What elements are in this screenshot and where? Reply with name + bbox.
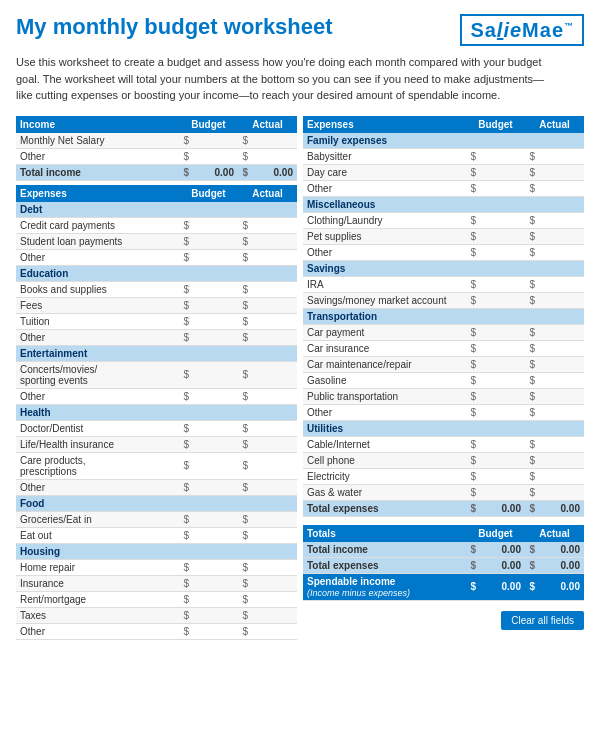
table-row: Credit card payments $ $ (16, 217, 297, 233)
row-label: Cable/Internet (303, 436, 466, 452)
table-row: Other $ $ (16, 623, 297, 639)
row-label: Other (16, 148, 179, 164)
section-entertainment: Entertainment (16, 345, 297, 361)
totals-expenses-label: Total expenses (303, 557, 466, 573)
table-row: Car insurance $ $ (303, 340, 584, 356)
section-label: Housing (16, 543, 297, 559)
actual-value[interactable] (252, 148, 297, 164)
row-label: Tuition (16, 313, 179, 329)
table-row: Other $ $ (16, 249, 297, 265)
table-row: Day care $ $ (303, 164, 584, 180)
dollar-sign: $ (238, 164, 252, 180)
section-label: Health (16, 404, 297, 420)
row-label: Public transportation (303, 388, 466, 404)
table-row: Savings/money market account $ $ (303, 292, 584, 308)
row-label: Student loan payments (16, 233, 179, 249)
section-label: Family expenses (303, 133, 584, 149)
budget-value[interactable] (193, 133, 238, 149)
row-label: Gas & water (303, 484, 466, 500)
expenses-col-header: Expenses (303, 116, 466, 133)
table-row: Home repair $ $ (16, 559, 297, 575)
table-row: Life/Health insurance $ $ (16, 436, 297, 452)
row-label: Babysitter (303, 148, 466, 164)
row-label: Electricity (303, 468, 466, 484)
totals-income-row: Total income $ 0.00 $ 0.00 (303, 542, 584, 558)
budget-value[interactable] (193, 148, 238, 164)
section-label: Miscellaneous (303, 196, 584, 212)
row-label: Life/Health insurance (16, 436, 179, 452)
right-expenses-table: Expenses Budget Actual Family expenses B… (303, 116, 584, 517)
row-label: Insurance (16, 575, 179, 591)
row-label: Eat out (16, 527, 179, 543)
clear-all-button[interactable]: Clear all fields (501, 611, 584, 630)
table-row: Doctor/Dentist $ $ (16, 420, 297, 436)
table-row: Other $ $ (303, 244, 584, 260)
table-row: Taxes $ $ (16, 607, 297, 623)
section-utilities: Utilities (303, 420, 584, 436)
table-row: Gasoline $ $ (303, 372, 584, 388)
table-row: Insurance $ $ (16, 575, 297, 591)
spendable-income-row: Spendable income (Income minus expenses)… (303, 573, 584, 600)
dollar-sign: $ (238, 133, 252, 149)
description: Use this worksheet to create a budget an… (16, 54, 556, 104)
table-row: Other $ $ (16, 388, 297, 404)
section-misc: Miscellaneous (303, 196, 584, 212)
row-label: Credit card payments (16, 217, 179, 233)
left-column: Income Budget Actual Monthly Net Salary … (16, 116, 297, 640)
total-expenses-budget: 0.00 (480, 500, 525, 516)
page-title: My monthly budget worksheet (16, 14, 333, 40)
total-expenses-actual: 0.00 (539, 500, 584, 516)
budget-col-header: Budget (179, 116, 238, 133)
row-label: Gasoline (303, 372, 466, 388)
table-row: Car payment $ $ (303, 324, 584, 340)
income-col-header: Income (16, 116, 179, 133)
total-expenses-label: Total expenses (303, 500, 466, 516)
row-label: Doctor/Dentist (16, 420, 179, 436)
actual-value[interactable] (252, 133, 297, 149)
total-budget-value: 0.00 (193, 164, 238, 180)
budget-col-header: Budget (466, 116, 525, 133)
dollar-sign: $ (179, 148, 193, 164)
row-label: Day care (303, 164, 466, 180)
totals-income-label: Total income (303, 542, 466, 558)
totals-table: Totals Budget Actual Total income $ 0.00… (303, 525, 584, 601)
total-actual-value: 0.00 (252, 164, 297, 180)
dollar-sign: $ (179, 164, 193, 180)
row-label: Other (303, 404, 466, 420)
table-row: Care products,prescriptions $ $ (16, 452, 297, 479)
row-label: Cell phone (303, 452, 466, 468)
row-label: Other (16, 623, 179, 639)
actual-col-header: Actual (525, 525, 584, 542)
section-food: Food (16, 495, 297, 511)
row-label: Groceries/Eat in (16, 511, 179, 527)
table-row: IRA $ $ (303, 276, 584, 292)
row-label: Pet supplies (303, 228, 466, 244)
row-label: Care products,prescriptions (16, 452, 179, 479)
section-label: Entertainment (16, 345, 297, 361)
total-income-row: Total income $ 0.00 $ 0.00 (16, 164, 297, 180)
section-savings: Savings (303, 260, 584, 276)
section-debt: Debt (16, 202, 297, 218)
right-column: Expenses Budget Actual Family expenses B… (303, 116, 584, 640)
totals-col-header: Totals (303, 525, 466, 542)
row-label: Other (16, 329, 179, 345)
row-label: Car maintenance/repair (303, 356, 466, 372)
section-label: Debt (16, 202, 297, 218)
table-row: Other $ $ (16, 148, 297, 164)
table-row: Car maintenance/repair $ $ (303, 356, 584, 372)
row-label: Other (16, 249, 179, 265)
actual-col-header: Actual (238, 185, 297, 202)
dollar-sign: $ (179, 133, 193, 149)
table-row: Pet supplies $ $ (303, 228, 584, 244)
budget-col-header: Budget (466, 525, 525, 542)
table-row: Gas & water $ $ (303, 484, 584, 500)
income-table: Income Budget Actual Monthly Net Salary … (16, 116, 297, 181)
row-label: Fees (16, 297, 179, 313)
header: My monthly budget worksheet SalieMae™ (16, 14, 584, 46)
table-row: Other $ $ (16, 479, 297, 495)
totals-expenses-row: Total expenses $ 0.00 $ 0.00 (303, 557, 584, 573)
table-row: Groceries/Eat in $ $ (16, 511, 297, 527)
row-label: IRA (303, 276, 466, 292)
table-row: Books and supplies $ $ (16, 281, 297, 297)
section-family: Family expenses (303, 133, 584, 149)
